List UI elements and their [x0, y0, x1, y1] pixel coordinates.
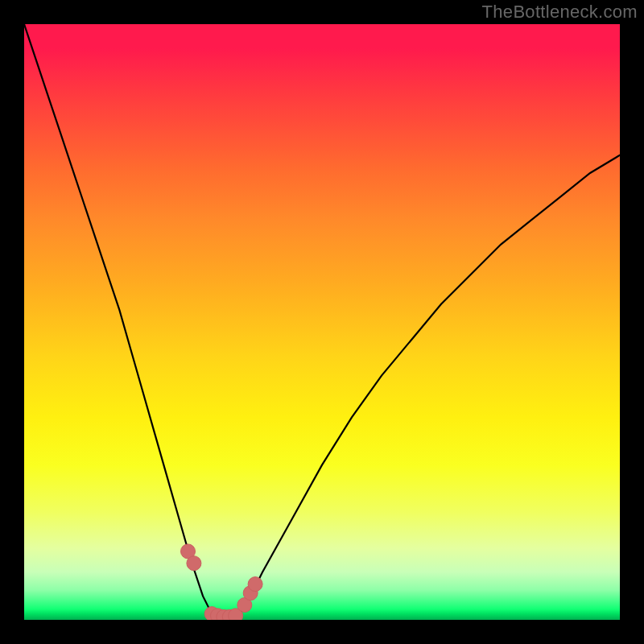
- watermark-text: TheBottleneck.com: [482, 2, 638, 23]
- chart-container: TheBottleneck.com: [0, 0, 644, 644]
- curve-marker: [187, 556, 201, 571]
- bottleneck-curve: [24, 24, 620, 620]
- curve-marker: [248, 577, 262, 592]
- plot-area: [24, 24, 620, 620]
